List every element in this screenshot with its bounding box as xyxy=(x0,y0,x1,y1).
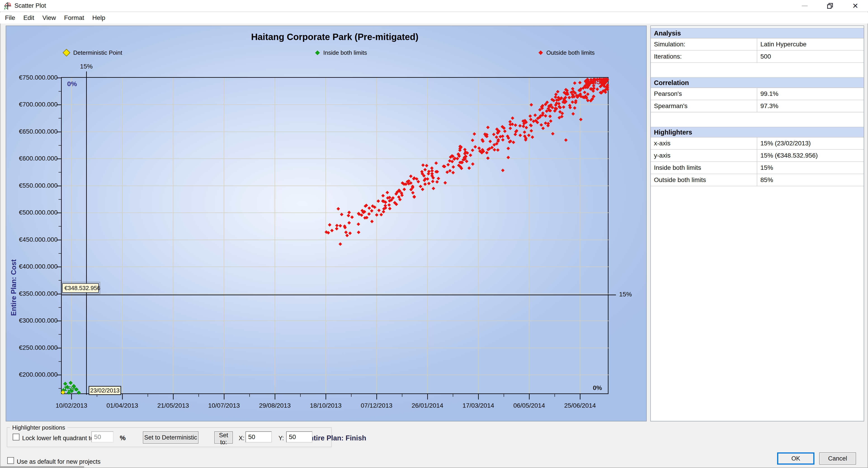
scatter-point xyxy=(492,133,495,136)
stat-label: Simulation: xyxy=(651,38,757,50)
scatter-point xyxy=(434,161,438,165)
y-gridline xyxy=(62,104,609,105)
menu-item-view[interactable]: View xyxy=(38,12,60,24)
stat-row: Iterations:500 xyxy=(651,51,864,63)
menu-item-edit[interactable]: Edit xyxy=(19,12,38,24)
scatter-point xyxy=(486,156,490,160)
stat-value: 500 xyxy=(757,51,864,62)
scatter-point xyxy=(544,121,547,125)
y-highlighter-line[interactable] xyxy=(62,294,616,295)
y-position-input[interactable] xyxy=(286,431,312,442)
scatter-point xyxy=(375,213,379,217)
y-tick-label: €650.000.000 xyxy=(12,128,58,135)
y-minor-tick xyxy=(59,253,62,254)
quadrant-top-left-percent: 0% xyxy=(67,80,77,88)
statistics-side-panel: AnalysisSimulation:Latin HypercubeIterat… xyxy=(650,26,864,422)
scatter-point xyxy=(357,230,361,234)
scatter-point xyxy=(467,166,471,170)
cancel-button[interactable]: Cancel xyxy=(819,453,856,465)
y-gridline xyxy=(62,348,609,348)
x-gridline xyxy=(326,78,326,395)
legend-label: Deterministic Point xyxy=(73,49,122,56)
highlighter-positions-label: Highlighter positions xyxy=(10,424,67,431)
scatter-point xyxy=(486,125,490,129)
section-header-highlighters: Highlighters xyxy=(651,127,864,137)
scatter-point xyxy=(579,118,583,121)
section-spacer xyxy=(651,63,864,77)
scatter-point xyxy=(469,154,472,157)
scatter-point xyxy=(347,221,351,225)
y-gridline xyxy=(62,186,609,186)
y-tick-label: €200.000.000 xyxy=(12,371,58,378)
scatter-point xyxy=(493,148,496,152)
scatter-point xyxy=(473,145,477,149)
stat-value: 15% xyxy=(757,162,864,174)
scatter-point xyxy=(370,209,373,213)
x-gridline xyxy=(173,78,174,395)
x-minor-tick xyxy=(453,394,453,397)
y-gridline xyxy=(62,267,609,267)
scatter-point xyxy=(421,163,425,167)
scatter-point xyxy=(385,191,389,194)
x-tick-label: 18/10/2013 xyxy=(296,402,355,409)
scatter-point xyxy=(530,103,533,107)
scatter-point xyxy=(533,113,537,117)
scatter-point xyxy=(437,177,440,180)
plot-area[interactable]: Entire Plan: Cost Entire Plan: Finish 0%… xyxy=(61,77,609,394)
stat-label: x-axis xyxy=(651,137,757,149)
scatter-point xyxy=(426,177,430,181)
scatter-point xyxy=(578,81,582,85)
scatter-point xyxy=(339,224,342,228)
set-to-deterministic-button[interactable]: Set to Deterministic xyxy=(143,431,198,444)
scatter-point xyxy=(501,168,504,172)
x-gridline xyxy=(427,78,428,395)
scatter-point xyxy=(567,96,571,99)
x-position-input[interactable] xyxy=(246,431,272,442)
scatter-point xyxy=(335,224,339,227)
stat-row: Spearman's97.3% xyxy=(651,100,864,112)
title-bar: Scatter Plot ✕ xyxy=(0,0,868,12)
x-gridline xyxy=(478,78,478,395)
x-major-tick xyxy=(580,394,581,400)
scatter-point xyxy=(388,203,391,207)
y-gridline xyxy=(62,132,609,132)
legend-item-inside: Inside both limits xyxy=(316,49,367,57)
y-highlighter-value-box[interactable]: €348.532.956 xyxy=(62,283,99,293)
scatter-point xyxy=(571,112,575,116)
scatter-point xyxy=(350,215,354,219)
scatter-point xyxy=(431,180,435,183)
menu-item-file[interactable]: File xyxy=(1,12,19,24)
legend-outside-diamond-icon xyxy=(538,51,543,55)
scatter-point xyxy=(531,135,534,139)
scatter-point xyxy=(527,133,531,137)
scatter-point xyxy=(452,165,455,169)
menu-item-help[interactable]: Help xyxy=(88,12,110,24)
menu-item-format[interactable]: Format xyxy=(60,12,88,24)
y-highlighter-percent: 15% xyxy=(619,291,632,298)
x-highlighter-value-box[interactable]: 23/02/2013 xyxy=(89,386,121,395)
lock-quadrant-checkbox[interactable] xyxy=(13,434,20,440)
scatter-point xyxy=(548,115,552,118)
x-gridline xyxy=(376,78,377,395)
scatter-point xyxy=(409,175,413,178)
set-to-button[interactable]: Set to: xyxy=(214,431,233,444)
scatter-point xyxy=(471,162,474,166)
scatter-point xyxy=(432,187,435,190)
lock-quadrant-input[interactable] xyxy=(91,431,114,442)
use-as-default-checkbox[interactable] xyxy=(7,457,14,464)
x-highlighter-line[interactable] xyxy=(86,71,87,395)
x-tick-label: 25/06/2014 xyxy=(551,402,610,409)
y-gridline xyxy=(62,240,609,240)
close-button[interactable]: ✕ xyxy=(843,0,868,12)
x-tick-label: 10/02/2013 xyxy=(42,402,101,409)
restore-button[interactable] xyxy=(817,0,843,12)
y-tick-label: €300.000.000 xyxy=(12,317,58,324)
scatter-point xyxy=(514,123,518,127)
chart-panel: Haitang Corporate Park (Pre-mitigated) D… xyxy=(6,26,647,422)
scatter-point xyxy=(377,199,380,203)
minimize-button[interactable] xyxy=(792,0,817,12)
stat-value: 15% (23/02/2013) xyxy=(757,137,864,149)
ok-button[interactable]: OK xyxy=(777,453,814,465)
scatter-point xyxy=(539,123,543,127)
section-header-analysis: Analysis xyxy=(651,28,864,38)
